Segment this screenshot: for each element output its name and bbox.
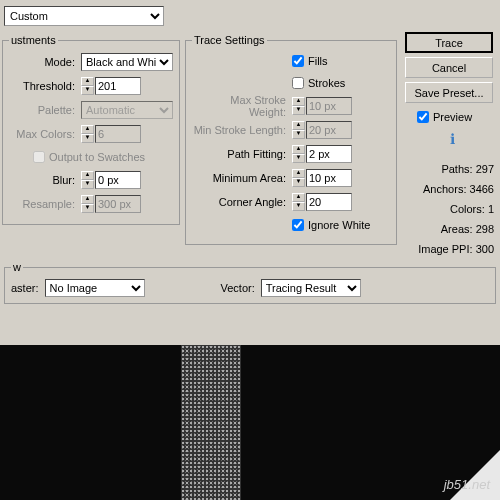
spin-up-icon[interactable]: ▲ <box>81 77 94 86</box>
minarea-spinner[interactable]: ▲▼ <box>292 169 352 187</box>
watermark: jb51.net <box>444 477 490 492</box>
spin-up-icon: ▲ <box>81 195 94 204</box>
spin-down-icon[interactable]: ▼ <box>292 178 305 187</box>
view-group: w aster: No Image Vector: Tracing Result <box>4 261 496 304</box>
preset-select[interactable]: Custom <box>4 6 164 26</box>
threshold-label: Threshold: <box>9 80 81 92</box>
fills-checkbox[interactable] <box>292 55 304 67</box>
trace-button[interactable]: Trace <box>405 32 493 53</box>
ignorewhite-label: Ignore White <box>308 219 370 231</box>
anchors-value: 3466 <box>470 183 494 195</box>
spin-up-icon: ▲ <box>81 125 94 134</box>
trace-settings-group: Trace Settings Fills Strokes Max Stroke … <box>185 34 397 245</box>
canvas-area: jb51.net <box>0 345 500 500</box>
threshold-spinner[interactable]: ▲▼ <box>81 77 141 95</box>
pathfit-input[interactable] <box>306 145 352 163</box>
raster-label: aster: <box>11 282 39 294</box>
maxcolors-label: Max Colors: <box>9 128 81 140</box>
spin-down-icon: ▼ <box>292 130 305 139</box>
stats-panel: Paths: 297 Anchors: 3466 Colors: 1 Areas… <box>405 159 500 259</box>
ppi-label: Image PPI: <box>418 243 472 255</box>
minstroke-label: Min Stroke Length: <box>192 124 292 136</box>
spin-up-icon: ▲ <box>292 121 305 130</box>
maxcolors-spinner: ▲▼ <box>81 125 141 143</box>
palette-label: Palette: <box>9 104 81 116</box>
pathfit-label: Path Fitting: <box>192 148 292 160</box>
view-legend: w <box>11 261 23 273</box>
page-fold-decoration <box>450 450 500 500</box>
maxcolors-input <box>95 125 141 143</box>
spin-down-icon: ▼ <box>81 134 94 143</box>
spin-down-icon: ▼ <box>292 106 305 115</box>
areas-value: 298 <box>476 223 494 235</box>
ppi-value: 300 <box>476 243 494 255</box>
areas-label: Areas: <box>441 223 473 235</box>
spin-up-icon[interactable]: ▲ <box>81 171 94 180</box>
colors-value: 1 <box>488 203 494 215</box>
preview-checkbox[interactable] <box>417 111 429 123</box>
minarea-input[interactable] <box>306 169 352 187</box>
spin-down-icon: ▼ <box>81 204 94 213</box>
spin-up-icon[interactable]: ▲ <box>292 145 305 154</box>
spin-up-icon: ▲ <box>292 97 305 106</box>
spin-up-icon[interactable]: ▲ <box>292 169 305 178</box>
trace-legend: Trace Settings <box>192 34 267 46</box>
minstroke-input <box>306 121 352 139</box>
strokes-label: Strokes <box>308 77 345 89</box>
cancel-button[interactable]: Cancel <box>405 57 493 78</box>
adjustments-legend: ustments <box>9 34 58 46</box>
output-swatches-checkbox <box>33 151 45 163</box>
blur-input[interactable] <box>95 171 141 189</box>
maxstroke-input <box>306 97 352 115</box>
mode-select[interactable]: Black and White <box>81 53 173 71</box>
spin-down-icon[interactable]: ▼ <box>292 154 305 163</box>
colors-label: Colors: <box>450 203 485 215</box>
corner-spinner[interactable]: ▲▼ <box>292 193 352 211</box>
pathfit-spinner[interactable]: ▲▼ <box>292 145 352 163</box>
corner-label: Corner Angle: <box>192 196 292 208</box>
minarea-label: Minimum Area: <box>192 172 292 184</box>
blur-label: Blur: <box>9 174 81 186</box>
traced-artwork <box>181 345 241 500</box>
tracing-dialog: Custom ustments Mode: Black and White Th… <box>0 0 500 345</box>
spin-down-icon[interactable]: ▼ <box>81 180 94 189</box>
vector-label: Vector: <box>221 282 255 294</box>
anchors-label: Anchors: <box>423 183 466 195</box>
resample-input <box>95 195 141 213</box>
resample-spinner: ▲▼ <box>81 195 141 213</box>
paths-value: 297 <box>476 163 494 175</box>
maxstroke-label: Max Stroke Weight: <box>192 94 292 118</box>
save-preset-button[interactable]: Save Preset... <box>405 82 493 103</box>
preview-label: Preview <box>433 111 472 123</box>
palette-select: Automatic <box>81 101 173 119</box>
adjustments-group: ustments Mode: Black and White Threshold… <box>2 34 180 225</box>
mode-label: Mode: <box>9 56 81 68</box>
ignorewhite-checkbox[interactable] <box>292 219 304 231</box>
spin-up-icon[interactable]: ▲ <box>292 193 305 202</box>
paths-label: Paths: <box>441 163 472 175</box>
spin-down-icon[interactable]: ▼ <box>81 86 94 95</box>
fills-label: Fills <box>308 55 328 67</box>
maxstroke-spinner: ▲▼ <box>292 97 352 115</box>
minstroke-spinner: ▲▼ <box>292 121 352 139</box>
corner-input[interactable] <box>306 193 352 211</box>
strokes-checkbox[interactable] <box>292 77 304 89</box>
blur-spinner[interactable]: ▲▼ <box>81 171 141 189</box>
info-icon: ℹ <box>405 127 500 151</box>
spin-down-icon[interactable]: ▼ <box>292 202 305 211</box>
vector-select[interactable]: Tracing Result <box>261 279 361 297</box>
raster-select[interactable]: No Image <box>45 279 145 297</box>
output-swatches-label: Output to Swatches <box>49 151 145 163</box>
resample-label: Resample: <box>9 198 81 210</box>
threshold-input[interactable] <box>95 77 141 95</box>
